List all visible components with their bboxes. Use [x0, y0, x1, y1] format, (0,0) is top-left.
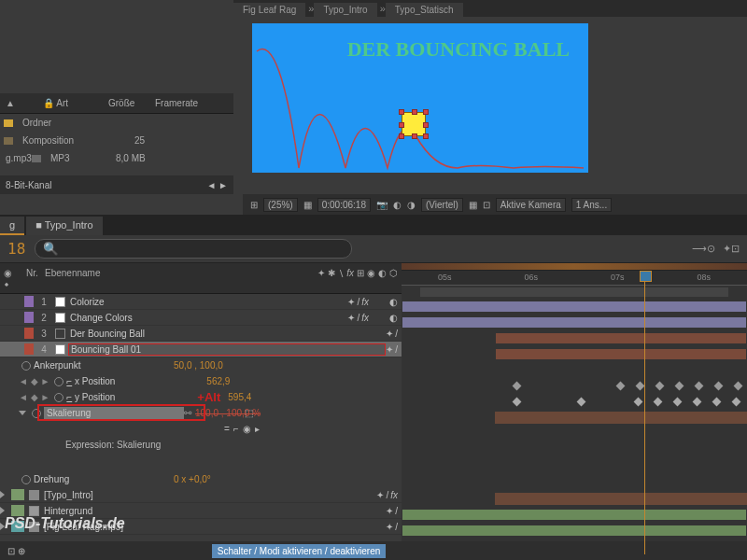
layer-row[interactable]: 1 Colorize ✦/fx◐: [0, 294, 402, 310]
expression-label: Expression: Skalierung: [0, 437, 402, 453]
layer-row[interactable]: [Typo_Intro] ✦/fx: [0, 487, 402, 503]
breadcrumb-item[interactable]: Fig Leaf Rag: [233, 3, 305, 17]
expression-controls[interactable]: = ⌐ ◉ ▸: [0, 421, 402, 437]
timeline-tabs: g ■ Typo_Intro: [0, 215, 747, 235]
breadcrumb-item[interactable]: Typo_Intro: [314, 3, 376, 17]
camera-icon[interactable]: 📷: [376, 200, 388, 210]
composition-icon: [4, 137, 13, 145]
playhead[interactable]: [644, 273, 645, 554]
property-xposition[interactable]: ◄ ◆ ► ⌐ x Position 562,9: [0, 373, 402, 389]
views-dropdown[interactable]: 1 Ans...: [571, 198, 612, 212]
viewer-controls: ⊞ (25%) ▦ 0:00:06:18 📷 ◐ ◑ (Viertel) ▦ ⊡…: [243, 194, 747, 215]
stopwatch-icon[interactable]: [54, 393, 63, 402]
preview-title-text: DER BOUNCING BALL: [347, 37, 570, 62]
stopwatch-icon[interactable]: [21, 475, 31, 484]
property-scale[interactable]: Skalierung ⚯ 100,0 , 100,0 % ⬚: [0, 405, 402, 421]
property-anchor[interactable]: Ankerpunkt 50,0 , 100,0: [0, 357, 402, 373]
timeline-tab[interactable]: g: [0, 217, 24, 235]
bouncing-ball-shape[interactable]: [402, 112, 426, 136]
mask-icon[interactable]: ◐: [393, 200, 402, 210]
project-item[interactable]: Ordner: [0, 114, 233, 132]
graph-editor-icon[interactable]: ✦⊡: [723, 243, 740, 255]
layer-row[interactable]: 4 Bouncing Ball 01 ✦/: [0, 342, 402, 357]
current-timecode[interactable]: 18: [7, 240, 25, 258]
timeline-footer: ⊡ ⊕ Schalter / Modi aktivieren / deaktiv…: [0, 541, 747, 560]
project-columns: ▲ 🔒 Art Größe Framerate: [0, 93, 233, 114]
camera-dropdown[interactable]: Aktive Kamera: [496, 198, 566, 212]
watermark: PSD-Tutorials.de: [5, 515, 125, 532]
expression-pickwhip-icon[interactable]: ◉: [243, 424, 251, 434]
shy-icon[interactable]: ⟶⊙: [692, 243, 715, 255]
property-yposition[interactable]: ◄ ◆ ► ⌐ y Position +Alt 595,4: [0, 389, 402, 405]
viewer-icon[interactable]: ▦: [303, 200, 312, 210]
expression-enable-icon[interactable]: =: [224, 424, 230, 434]
alpha-icon[interactable]: ◑: [407, 200, 416, 210]
layer-row[interactable]: 2 Change Colors ✦/fx◐: [0, 310, 402, 326]
bit-depth-bar: 8-Bit-Kanal ◄ ►: [0, 175, 233, 194]
grid-icon[interactable]: ⊞: [250, 200, 258, 210]
lock-icon: 🔒: [43, 98, 54, 108]
timeline-tab[interactable]: ■ Typo_Intro: [26, 217, 103, 235]
property-rotation[interactable]: Drehung 0 x +0,0°: [0, 471, 402, 487]
breadcrumb-item[interactable]: Typo_Statisch: [386, 3, 463, 17]
stopwatch-icon[interactable]: [54, 377, 63, 386]
layer-search-input[interactable]: [35, 239, 352, 259]
quality-dropdown[interactable]: (Viertel): [421, 198, 463, 212]
expression-menu-icon[interactable]: ▸: [255, 424, 260, 434]
stopwatch-icon[interactable]: [21, 361, 31, 371]
viewer-icon[interactable]: ⊡: [483, 200, 490, 210]
audio-file-icon: [32, 155, 41, 162]
timecode-display[interactable]: 0:00:06:18: [317, 198, 371, 212]
expression-graph-icon[interactable]: ⌐: [233, 424, 239, 434]
zoom-dropdown[interactable]: (25%): [263, 198, 298, 212]
project-item[interactable]: g.mp3 MP3 8,0 MB: [0, 149, 233, 167]
project-item[interactable]: Komposition 25: [0, 132, 233, 149]
layer-row[interactable]: 3 Der Bouncing Ball ✦/: [0, 326, 402, 342]
composition-preview[interactable]: DER BOUNCING BALL: [252, 23, 588, 173]
folder-icon: [4, 119, 13, 127]
switches-toggle[interactable]: Schalter / Modi aktivieren / deaktiviere…: [212, 544, 387, 558]
toggle-icon[interactable]: ⊡ ⊕: [7, 546, 25, 556]
viewer-icon[interactable]: ▦: [469, 200, 477, 210]
timeline-tracks[interactable]: 05s 06s 07s 08s x = value[: [402, 263, 747, 554]
